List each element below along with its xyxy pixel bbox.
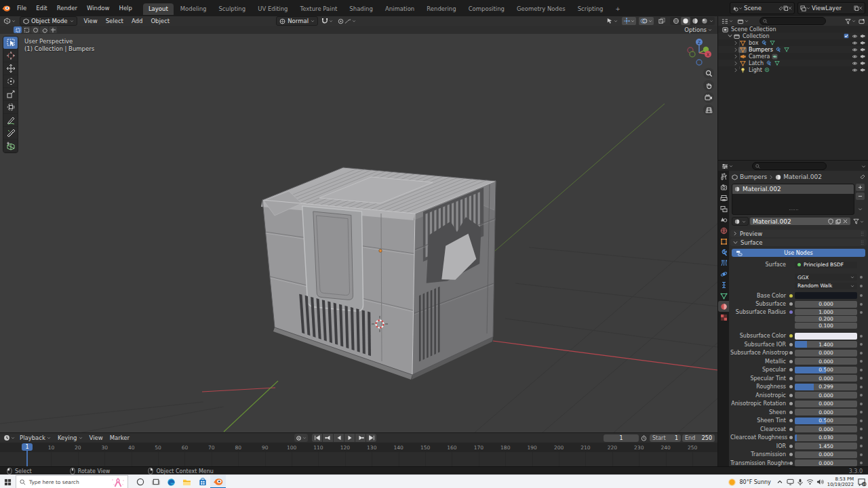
socket-dot[interactable] <box>789 411 793 414</box>
object-visibility-button[interactable] <box>605 17 619 25</box>
collapse-icon[interactable] <box>727 34 732 38</box>
xray-toggle[interactable] <box>657 17 667 25</box>
slider-field[interactable]: 0.299 <box>795 384 857 390</box>
auto-keying-button[interactable] <box>294 434 308 442</box>
playback-play[interactable] <box>344 434 355 442</box>
material-slot-item[interactable]: Material.002 <box>732 184 854 194</box>
properties-tab-view-layer[interactable] <box>718 203 730 214</box>
socket-dot[interactable] <box>789 436 793 439</box>
tab-rendering[interactable]: Rendering <box>421 3 461 15</box>
slider-field[interactable]: 0.000 <box>795 301 857 308</box>
expand-icon[interactable] <box>733 54 738 59</box>
animate-decorator[interactable] <box>860 411 863 413</box>
pin-icon[interactable] <box>778 6 783 11</box>
material-slot-list[interactable]: Material.002 <box>732 184 854 215</box>
tool-cursor[interactable] <box>3 49 18 62</box>
slider-field[interactable]: 0.000 <box>795 358 857 365</box>
tray-expand-icon[interactable] <box>775 475 785 488</box>
pin-icon[interactable] <box>860 174 865 180</box>
menu-object[interactable]: Object <box>146 18 174 24</box>
socket-dot[interactable] <box>789 453 793 456</box>
add-slot-button[interactable] <box>856 184 865 191</box>
dropdown-random-walk[interactable]: Random Walk <box>795 283 857 289</box>
vector-component-field[interactable]: 1.000 <box>795 309 857 315</box>
proportional-editing-button[interactable] <box>336 17 357 25</box>
properties-tab-physics[interactable] <box>718 268 730 279</box>
animate-decorator[interactable] <box>860 303 863 306</box>
animate-decorator[interactable] <box>860 445 863 447</box>
tab-compositing[interactable]: Compositing <box>463 3 510 15</box>
socket-dot[interactable] <box>789 402 793 405</box>
properties-tab-modifiers[interactable] <box>718 247 730 258</box>
chevron-down-icon[interactable] <box>861 164 866 169</box>
slider-field[interactable]: 1.400 <box>795 341 857 348</box>
render-visibility-icon[interactable] <box>859 41 867 45</box>
material-name-field[interactable]: Material.002 <box>750 218 850 225</box>
outliner-row-camera[interactable]: Camera <box>718 53 868 60</box>
speaker-icon[interactable] <box>815 475 825 488</box>
animate-decorator[interactable] <box>860 386 863 388</box>
slider-field[interactable]: 0.000 <box>795 392 857 399</box>
tab-geometry-nodes[interactable]: Geometry Nodes <box>511 3 571 15</box>
outliner-search-input[interactable] <box>760 17 826 25</box>
slider-field[interactable]: 0.000 <box>795 460 857 466</box>
select-mode-0[interactable] <box>14 26 22 33</box>
select-mode-3[interactable] <box>40 26 48 33</box>
tab-layout[interactable]: Layout <box>143 3 174 15</box>
new-scene-icon[interactable] <box>783 5 788 11</box>
notification-center-icon[interactable]: 10 <box>856 475 868 488</box>
slot-specials-button[interactable] <box>856 205 865 213</box>
shading-solid-button[interactable] <box>681 17 690 25</box>
playback-jump-to-start[interactable] <box>312 434 322 442</box>
tab-animation[interactable]: Animation <box>380 3 420 15</box>
outliner-row-bumpers[interactable]: Bumpers <box>718 46 868 53</box>
select-mode-4[interactable] <box>49 26 57 33</box>
viewport-3d[interactable]: User Perspective (1) Collection | Bumper… <box>0 34 717 432</box>
snap-button[interactable] <box>320 17 334 25</box>
pan-hand-icon[interactable] <box>703 80 714 91</box>
edge-icon[interactable] <box>163 475 179 488</box>
outliner-filter-button[interactable] <box>844 17 857 25</box>
properties-tab-constraints[interactable] <box>718 279 730 290</box>
tool-select-box[interactable] <box>3 37 18 49</box>
slider-field[interactable]: 0.000 <box>795 375 857 382</box>
properties-tab-material[interactable] <box>718 301 730 312</box>
socket-dot[interactable] <box>789 351 793 354</box>
render-visibility-icon[interactable] <box>859 34 867 39</box>
socket-dot[interactable] <box>789 310 793 314</box>
hide-eye-icon[interactable] <box>850 54 859 59</box>
playhead-frame-badge[interactable]: 1 <box>22 443 33 451</box>
properties-tab-world[interactable] <box>718 225 730 236</box>
properties-tab-render[interactable] <box>718 182 730 192</box>
playback-jump-to-end[interactable] <box>366 434 376 442</box>
new-collection-button[interactable] <box>857 17 867 25</box>
perspective-toggle-icon[interactable] <box>703 104 714 115</box>
unlink-material-icon[interactable] <box>843 219 848 224</box>
camera-view-icon[interactable] <box>703 92 714 103</box>
gizmo-toggle[interactable] <box>622 17 636 25</box>
editor-type-button[interactable] <box>2 17 17 25</box>
fake-user-shield-icon[interactable] <box>828 218 833 224</box>
menu-edit[interactable]: Edit <box>31 0 52 16</box>
timeline-menu-playback[interactable]: Playback <box>16 434 54 441</box>
menu-add[interactable]: Add <box>127 18 146 24</box>
transform-orientation[interactable]: Normal <box>276 16 318 26</box>
list-resize-grip[interactable] <box>732 209 854 211</box>
timeline-menu-keying[interactable]: Keying <box>54 434 86 441</box>
browse-material-button[interactable] <box>732 217 749 226</box>
animate-decorator[interactable] <box>860 428 863 430</box>
socket-dot[interactable] <box>789 368 793 371</box>
socket-dot[interactable] <box>789 428 793 431</box>
viewlayer-selector[interactable]: ViewLayer <box>797 2 865 14</box>
animate-decorator[interactable] <box>860 360 863 363</box>
tab-sculpting[interactable]: Sculpting <box>213 3 251 15</box>
dropdown-ggx[interactable]: GGX <box>795 274 857 281</box>
expand-icon[interactable] <box>733 61 738 66</box>
animate-decorator[interactable] <box>860 335 863 338</box>
properties-search-input[interactable] <box>752 162 827 170</box>
properties-editor-type-button[interactable] <box>720 162 734 170</box>
slider-field[interactable]: 1.450 <box>795 443 857 449</box>
socket-dot[interactable] <box>789 343 793 346</box>
tool-move[interactable] <box>3 62 18 75</box>
socket-dot[interactable] <box>789 377 793 380</box>
